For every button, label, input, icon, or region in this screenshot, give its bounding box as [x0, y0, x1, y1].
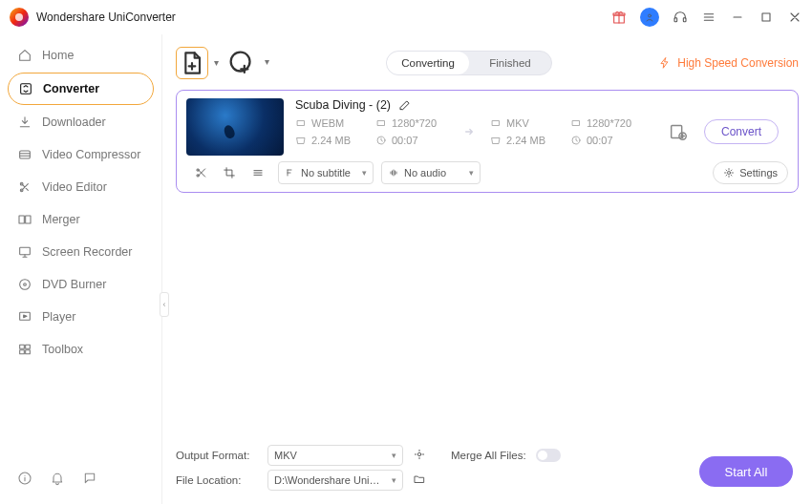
- sidebar-item-label: Video Compressor: [42, 148, 140, 161]
- headset-icon[interactable]: [673, 10, 688, 25]
- svg-rect-28: [672, 126, 682, 138]
- source-size: 2.24 MB: [295, 135, 368, 146]
- sidebar-item-compressor[interactable]: Video Compressor: [8, 139, 154, 170]
- svg-rect-3: [674, 18, 677, 22]
- sidebar-item-label: Downloader: [42, 116, 106, 129]
- merge-toggle[interactable]: [536, 449, 561, 462]
- svg-rect-17: [26, 345, 31, 348]
- file-name: Scuba Diving - (2): [295, 98, 391, 112]
- subtitle-select[interactable]: No subtitle▾: [278, 161, 374, 184]
- svg-point-33: [417, 452, 421, 456]
- convert-button[interactable]: Convert: [704, 119, 779, 144]
- svg-rect-5: [762, 13, 770, 21]
- crop-icon[interactable]: [215, 161, 244, 184]
- menu-icon[interactable]: [701, 10, 716, 25]
- app-logo: [10, 8, 29, 27]
- source-duration: 00:07: [375, 135, 448, 146]
- close-icon[interactable]: [787, 10, 802, 25]
- tab-switch: Converting Finished: [386, 51, 552, 75]
- maximize-icon[interactable]: [759, 10, 774, 25]
- sidebar-item-label: Player: [42, 310, 75, 324]
- sidebar-item-label: Home: [42, 49, 74, 62]
- svg-rect-26: [573, 121, 580, 126]
- titlebar: Wondershare UniConverter: [0, 0, 812, 34]
- feedback-icon[interactable]: [82, 471, 97, 489]
- trim-icon[interactable]: [186, 161, 215, 184]
- sidebar-item-label: Toolbox: [42, 343, 83, 356]
- svg-rect-7: [20, 151, 31, 158]
- app-title: Wondershare UniConverter: [36, 10, 176, 24]
- svg-point-14: [24, 284, 27, 286]
- task-card[interactable]: Scuba Diving - (2) WEBM 2.24 MB 1280*720…: [176, 90, 799, 193]
- settings-button[interactable]: Settings: [713, 161, 788, 184]
- avatar-icon[interactable]: [640, 8, 659, 27]
- audio-select[interactable]: No audio▾: [381, 161, 481, 184]
- sidebar-item-toolbox[interactable]: Toolbox: [8, 334, 154, 365]
- output-format-select[interactable]: MKV▾: [267, 445, 403, 466]
- svg-rect-22: [298, 121, 305, 126]
- format-settings-icon[interactable]: [413, 448, 426, 463]
- high-speed-label: High Speed Conversion: [677, 56, 799, 70]
- sidebar-item-label: Screen Recorder: [42, 245, 133, 259]
- chevron-down-icon[interactable]: ▾: [265, 56, 269, 67]
- main-panel: ▾ ▾ Converting Finished High Speed Conve…: [162, 34, 812, 504]
- arrow-icon: [456, 122, 482, 141]
- svg-rect-16: [20, 345, 25, 348]
- sidebar-item-recorder[interactable]: Screen Recorder: [8, 237, 154, 267]
- svg-rect-23: [378, 121, 385, 126]
- sidebar-item-player[interactable]: Player: [8, 302, 154, 332]
- sidebar-item-dvd[interactable]: DVD Burner: [8, 269, 154, 300]
- high-speed-toggle[interactable]: High Speed Conversion: [658, 56, 799, 70]
- chevron-down-icon[interactable]: ▾: [214, 57, 219, 68]
- svg-point-13: [20, 280, 31, 290]
- file-location-label: File Location:: [176, 474, 258, 486]
- sidebar-item-label: DVD Burner: [42, 278, 106, 291]
- svg-rect-4: [683, 18, 686, 22]
- svg-point-2: [649, 14, 652, 17]
- sidebar-item-editor[interactable]: Video Editor: [8, 172, 154, 202]
- svg-rect-19: [26, 350, 31, 354]
- start-all-button[interactable]: Start All: [699, 456, 793, 487]
- svg-rect-10: [19, 216, 24, 223]
- file-location-select[interactable]: D:\Wondershare UniConverter▾: [267, 470, 403, 491]
- target-duration: 00:07: [570, 135, 643, 146]
- open-folder-icon[interactable]: [413, 472, 426, 488]
- minimize-icon[interactable]: [730, 10, 745, 25]
- add-file-button[interactable]: ▾: [176, 47, 208, 79]
- source-resolution: 1280*720: [375, 117, 448, 129]
- bell-icon[interactable]: [50, 471, 65, 489]
- svg-rect-25: [493, 121, 500, 126]
- svg-rect-12: [20, 247, 31, 254]
- target-format: MKV: [490, 117, 563, 129]
- sidebar-item-home[interactable]: Home: [8, 40, 154, 71]
- svg-rect-18: [20, 350, 25, 354]
- merge-label: Merge All Files:: [451, 450, 526, 461]
- target-size: 2.24 MB: [490, 135, 563, 146]
- gift-icon[interactable]: [611, 10, 627, 25]
- svg-rect-11: [26, 216, 31, 223]
- more-icon[interactable]: [244, 161, 272, 184]
- sidebar-item-merger[interactable]: Merger: [8, 204, 154, 235]
- target-resolution: 1280*720: [570, 117, 643, 129]
- add-url-button[interactable]: ▾: [225, 47, 258, 79]
- sidebar: Home Converter Downloader Video Compress…: [0, 34, 162, 504]
- output-settings-icon[interactable]: [668, 121, 689, 142]
- source-format: WEBM: [295, 117, 368, 129]
- sidebar-item-label: Converter: [43, 82, 99, 95]
- tab-finished[interactable]: Finished: [469, 52, 551, 74]
- edit-icon[interactable]: [398, 98, 412, 112]
- output-format-label: Output Format:: [176, 450, 258, 461]
- video-thumbnail[interactable]: [186, 98, 284, 156]
- sidebar-item-label: Merger: [42, 213, 80, 226]
- sidebar-item-converter[interactable]: Converter: [8, 73, 154, 105]
- sidebar-item-downloader[interactable]: Downloader: [8, 107, 154, 137]
- info-icon[interactable]: [17, 471, 32, 489]
- svg-point-32: [728, 172, 731, 175]
- sidebar-item-label: Video Editor: [42, 180, 107, 194]
- tab-converting[interactable]: Converting: [387, 52, 469, 74]
